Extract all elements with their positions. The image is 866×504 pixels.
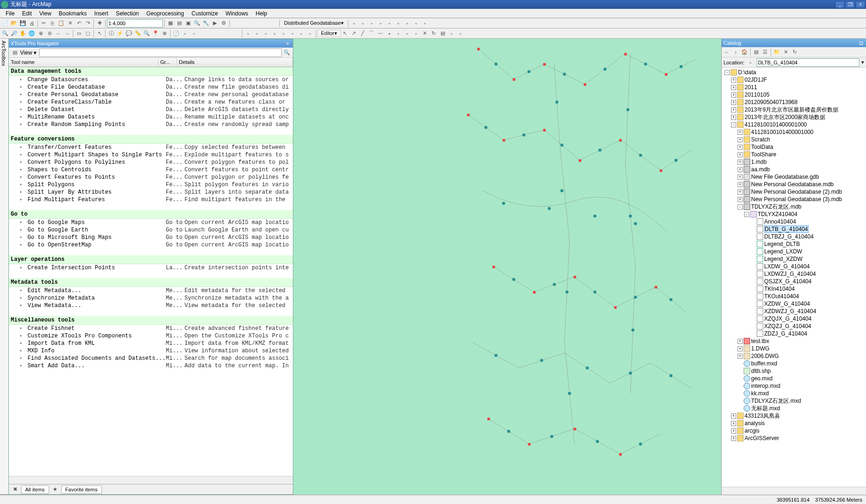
zoom-out-icon[interactable]: 🔎 <box>10 29 18 38</box>
tree-toggle-icon[interactable]: + <box>731 428 736 434</box>
catalog-item[interactable]: -TDLYXZ410404 <box>723 210 865 218</box>
find-route-icon[interactable]: 📍 <box>151 29 160 38</box>
measure-icon[interactable]: 📏 <box>134 29 142 38</box>
nav-tool-item[interactable]: ▫Create Personal GeodatabaseDa...Create … <box>9 91 293 98</box>
tree-toggle-icon[interactable]: + <box>738 197 743 202</box>
delete-icon[interactable]: ✕ <box>66 19 74 28</box>
forward-icon[interactable]: → <box>63 29 71 38</box>
catalog-item[interactable]: +41128100101400001000 <box>723 128 865 136</box>
menu-file[interactable]: File <box>2 9 18 18</box>
toc-icon[interactable]: ▤ <box>175 19 184 28</box>
tree-toggle-icon[interactable]: + <box>738 175 743 180</box>
sketch-icon[interactable]: ▫ <box>447 29 456 38</box>
trace-icon[interactable]: 〰 <box>376 29 385 38</box>
nav-section[interactable]: Go to <box>9 210 293 219</box>
sidebar-tab-arctoolbox[interactable]: ArcToolbox <box>0 39 7 495</box>
menu-bookmarks[interactable]: Bookmarks <box>55 9 91 18</box>
clear-select-icon[interactable]: ▢ <box>84 29 92 38</box>
catalog-item[interactable]: 无标题.mxd <box>723 405 865 412</box>
georef-icon[interactable]: ▫ <box>262 29 270 38</box>
catalog-item[interactable]: TDLYXZ石龙区.mxd <box>723 397 865 405</box>
georef-icon[interactable]: ▫ <box>306 29 314 38</box>
catalog-item[interactable]: TKIn410404 <box>723 285 865 293</box>
catalog-item[interactable]: -TDLYXZ石龙区.mdb <box>723 203 865 210</box>
catalog-item[interactable]: ZDZJ_G_410404 <box>723 330 865 337</box>
nav-tool-item[interactable]: ▫Create FeatureClass/TableDa...Create a … <box>9 98 293 106</box>
dgd-icon[interactable]: ▫ <box>350 19 358 28</box>
tab-favorite[interactable]: Favorite items <box>61 485 102 494</box>
arc-icon[interactable]: ⌒ <box>368 29 376 38</box>
catalog-item[interactable]: +New Personal Geodatabase.mdb <box>723 181 865 188</box>
georef-icon[interactable]: ▫ <box>244 29 252 38</box>
nav-tool-item[interactable]: ▫Create Intersection PointsLa...Create i… <box>9 264 293 272</box>
header-details[interactable]: Details <box>177 58 293 67</box>
editor-toolbar-icon[interactable]: ▦ <box>166 19 175 28</box>
minimize-button[interactable]: _ <box>835 1 845 8</box>
print-icon[interactable]: 🖨 <box>28 19 36 28</box>
catalog-item[interactable]: +02JD1JF <box>723 76 865 84</box>
catalog-item[interactable]: +ToolData <box>723 143 865 151</box>
new-icon[interactable]: 📄 <box>1 19 9 28</box>
nav-tool-item[interactable]: ▫Split PolygonsFe...Split polygon featur… <box>9 181 293 189</box>
connect-folder-icon[interactable]: 📁 <box>773 48 781 56</box>
home-icon[interactable]: 🏠 <box>740 48 749 56</box>
refresh-icon[interactable]: ↻ <box>790 48 799 56</box>
tree-toggle-icon[interactable]: + <box>738 189 743 195</box>
fixed-zoom-in-icon[interactable]: ⊕ <box>36 29 45 38</box>
tree-toggle-icon[interactable]: - <box>731 122 736 127</box>
catalog-item[interactable]: DLTB_G_410404 <box>723 225 865 233</box>
full-extent-icon[interactable]: 🌐 <box>28 29 36 38</box>
georef-icon[interactable]: ▫ <box>279 29 288 38</box>
html-popup-icon[interactable]: 💬 <box>125 29 133 38</box>
georef-icon[interactable]: ▫ <box>297 29 305 38</box>
horizontal-scrollbar[interactable] <box>722 487 866 495</box>
catalog-item[interactable]: DLTBZJ_G_410404 <box>723 233 865 240</box>
menu-edit[interactable]: Edit <box>18 9 35 18</box>
nav-tool-item[interactable]: ▫Convert Polygons to PolylinesFe...Conve… <box>9 159 293 166</box>
tree-toggle-icon[interactable]: + <box>731 92 736 98</box>
tree-toggle-icon[interactable]: + <box>738 130 743 135</box>
georef-icon[interactable]: ▫ <box>253 29 261 38</box>
nav-tool-item[interactable]: ▫Find Multipart FeaturesFe...Find multip… <box>9 196 293 203</box>
catalog-item[interactable]: +New Personal Geodatabase (2).mdb <box>723 188 865 196</box>
catalog-item[interactable]: -D:\data <box>723 69 865 76</box>
location-dropdown-icon[interactable]: ▾ <box>861 59 864 65</box>
rotate-icon[interactable]: ↻ <box>430 29 438 38</box>
nav-tool-item[interactable]: ▫Change DatasourcesDa...Change links to … <box>9 76 293 84</box>
view-menu[interactable]: View ▾ <box>20 49 36 56</box>
pointer-icon[interactable]: ↖ <box>95 29 104 38</box>
reshape-icon[interactable]: ▫ <box>403 29 412 38</box>
line-icon[interactable]: ╱ <box>359 29 367 38</box>
save-icon[interactable]: 💾 <box>19 19 27 28</box>
modelbuilder-icon[interactable]: ⚙ <box>220 19 228 28</box>
catalog-icon[interactable]: ▣ <box>184 19 192 28</box>
nav-tool-item[interactable]: ▫Shapes to CentroidsFe...Convert feature… <box>9 166 293 174</box>
nav-tool-item[interactable]: ▫Synchronize MetadataMe...Synchronize me… <box>9 294 293 302</box>
menu-windows[interactable]: Windows <box>222 9 252 18</box>
menu-geoprocessing[interactable]: Geoprocessing <box>142 9 188 18</box>
catalog-item[interactable]: Legend_XZDW <box>723 255 865 263</box>
catalog-item[interactable]: +arcgis <box>723 427 865 434</box>
toggle-icon[interactable]: ▤ <box>752 48 760 56</box>
distributed-gdb-menu[interactable]: Distributed Geodatabase▾ <box>281 20 347 26</box>
cut-icon[interactable]: ✂ <box>39 19 48 28</box>
open-icon[interactable]: 📂 <box>10 19 18 28</box>
dgd-icon[interactable]: ▫ <box>421 19 429 28</box>
nav-tool-item[interactable]: ▫Convert Features to PointsFe...Convert … <box>9 174 293 181</box>
catalog-item[interactable]: kk.mxd <box>723 390 865 397</box>
copy-icon[interactable]: ⎘ <box>48 19 57 28</box>
tree-toggle-icon[interactable]: + <box>738 354 743 359</box>
nav-section[interactable]: Data management tools <box>9 67 293 76</box>
catalog-item[interactable]: +1.mdb <box>723 158 865 166</box>
catalog-item[interactable]: +analysis <box>723 420 865 427</box>
nav-tool-item[interactable]: ▫Customize XTools Pro ComponentsMi...Ope… <box>9 332 293 340</box>
nav-tool-item[interactable]: ▫Find Associated Documents and Datasets.… <box>9 355 293 362</box>
nav-tool-item[interactable]: ▫Create FishnetMi...Create advanced fish… <box>9 325 293 332</box>
menu-help[interactable]: Help <box>252 9 271 18</box>
catalog-close-icon[interactable]: ⊡ <box>858 40 864 46</box>
catalog-item[interactable]: Anno410404 <box>723 218 865 225</box>
catalog-item[interactable]: +20120905040713968 <box>723 98 865 106</box>
back-icon[interactable]: ← <box>54 29 63 38</box>
point-icon[interactable]: • <box>385 29 394 38</box>
select-icon[interactable]: ▭ <box>75 29 83 38</box>
